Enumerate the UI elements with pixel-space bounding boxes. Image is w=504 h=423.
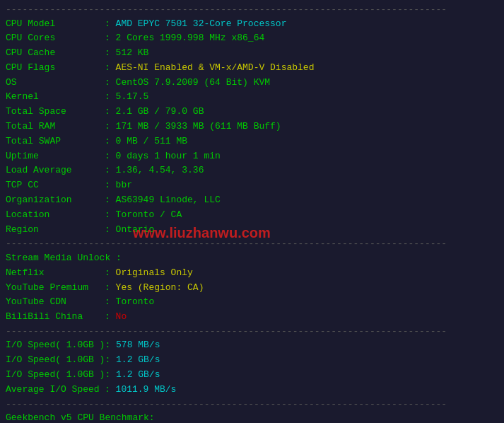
row-avg-io: Average I/O Speed : 1011.9 MB/s xyxy=(6,383,498,398)
label-tcp-cc: TCP CC xyxy=(6,178,105,193)
row-cpu-flags: CPU Flags : AES-NI Enabled & VM-x/AMD-V … xyxy=(6,61,498,76)
value-load-average: 1.36, 4.54, 3.36 xyxy=(116,163,204,178)
row-tcp-cc: TCP CC : bbr xyxy=(6,178,498,193)
colon-io-2: : xyxy=(105,353,116,368)
colon-total-space: : xyxy=(105,105,116,120)
row-io-2: I/O Speed( 1.0GB ) : 1.2 GB/s xyxy=(6,353,498,368)
label-organization: Organization xyxy=(6,193,105,208)
colon-netflix: : xyxy=(105,266,116,281)
colon-tcp-cc: : xyxy=(105,178,116,193)
label-youtube-premium: YouTube Premium xyxy=(6,281,105,296)
label-bilibili: BiliBili China xyxy=(6,310,105,325)
colon-youtube-cdn: : xyxy=(105,295,116,310)
colon-uptime: : xyxy=(105,149,116,164)
value-netflix: Originals Only xyxy=(116,266,193,281)
colon-io-1: : xyxy=(105,338,116,353)
stream-header-label: Stream Media Unlock : xyxy=(6,251,122,266)
label-cpu-cores: CPU Cores xyxy=(6,31,105,46)
row-bilibili: BiliBili China : No xyxy=(6,310,498,325)
label-total-ram: Total RAM xyxy=(6,120,105,134)
io-speed-section: I/O Speed( 1.0GB ) : 578 MB/s I/O Speed(… xyxy=(6,338,498,397)
value-uptime: 0 days 1 hour 1 min xyxy=(116,149,221,164)
row-location: Location : Toronto / CA xyxy=(6,208,498,223)
colon-total-ram: : xyxy=(105,120,116,134)
value-cpu-flags: AES-NI Enabled & VM-x/AMD-V Disabled xyxy=(116,61,315,76)
colon-bilibili: : xyxy=(105,310,116,325)
value-youtube-cdn: Toronto xyxy=(116,295,155,310)
row-youtube-premium: YouTube Premium : Yes (Region: CA) xyxy=(6,281,498,296)
row-uptime: Uptime : 0 days 1 hour 1 min xyxy=(6,149,498,164)
row-kernel: Kernel : 5.17.5 xyxy=(6,90,498,105)
value-io-1: 578 MB/s xyxy=(116,338,160,353)
label-netflix: Netflix xyxy=(6,266,105,281)
row-load-average: Load Average : 1.36, 4.54, 3.36 xyxy=(6,163,498,178)
value-total-space: 2.1 GB / 79.0 GB xyxy=(116,105,204,120)
value-cpu-cache: 512 KB xyxy=(116,46,149,61)
colon-cpu-model: : xyxy=(105,17,116,32)
label-region: Region xyxy=(6,223,105,238)
separator-after-io: ----------------------------------------… xyxy=(6,398,498,412)
row-cpu-cores: CPU Cores : 2 Cores 1999.998 MHz x86_64 xyxy=(6,31,498,46)
stream-media-header: Stream Media Unlock : xyxy=(6,251,498,266)
label-uptime: Uptime xyxy=(6,149,105,164)
row-region: Region : Ontario www.liuzhanwu.com xyxy=(6,223,498,238)
geekbench-header-label: Geekbench v5 CPU Benchmark: xyxy=(6,411,155,423)
value-cpu-model: AMD EPYC 7501 32-Core Processor xyxy=(116,17,287,32)
colon-os: : xyxy=(105,76,116,91)
colon-organization: : xyxy=(105,193,116,208)
label-cpu-model: CPU Model xyxy=(6,17,105,32)
row-youtube-cdn: YouTube CDN : Toronto xyxy=(6,295,498,310)
main-container: ----------------------------------------… xyxy=(6,3,498,423)
watermark: www.liuzhanwu.com xyxy=(133,221,271,244)
geekbench-header: Geekbench v5 CPU Benchmark: xyxy=(6,411,498,423)
label-youtube-cdn: YouTube CDN xyxy=(6,295,105,310)
colon-total-swap: : xyxy=(105,134,116,149)
colon-avg-io: : xyxy=(105,383,116,398)
label-total-swap: Total SWAP xyxy=(6,134,105,149)
colon-cpu-flags: : xyxy=(105,61,116,76)
row-organization: Organization : AS63949 Linode, LLC xyxy=(6,193,498,208)
stream-media-section: Stream Media Unlock : Netflix : Original… xyxy=(6,251,498,325)
colon-kernel: : xyxy=(105,90,116,105)
row-total-space: Total Space : 2.1 GB / 79.0 GB xyxy=(6,105,498,120)
label-kernel: Kernel xyxy=(6,90,105,105)
label-avg-io: Average I/O Speed xyxy=(6,383,105,398)
row-os: OS : CentOS 7.9.2009 (64 Bit) KVM xyxy=(6,76,498,91)
row-netflix: Netflix : Originals Only xyxy=(6,266,498,281)
row-total-ram: Total RAM : 171 MB / 3933 MB (611 MB Buf… xyxy=(6,120,498,134)
value-total-ram: 171 MB / 3933 MB (611 MB Buff) xyxy=(116,120,281,134)
colon-io-3: : xyxy=(105,368,116,383)
separator-top: ----------------------------------------… xyxy=(6,3,498,17)
separator-after-stream: ----------------------------------------… xyxy=(6,325,498,339)
row-io-3: I/O Speed( 1.0GB ) : 1.2 GB/s xyxy=(6,368,498,383)
system-info-section: CPU Model : AMD EPYC 7501 32-Core Proces… xyxy=(6,17,498,238)
row-cpu-model: CPU Model : AMD EPYC 7501 32-Core Proces… xyxy=(6,17,498,32)
geekbench-section: Geekbench v5 CPU Benchmark: Single Core … xyxy=(6,411,498,423)
colon-youtube-premium: : xyxy=(105,281,116,296)
value-cpu-cores: 2 Cores 1999.998 MHz x86_64 xyxy=(116,31,265,46)
value-io-3: 1.2 GB/s xyxy=(116,368,160,383)
label-cpu-cache: CPU Cache xyxy=(6,46,105,61)
value-location: Toronto / CA xyxy=(116,208,182,223)
label-os: OS xyxy=(6,76,105,91)
value-tcp-cc: bbr xyxy=(116,178,132,193)
label-io-2: I/O Speed( 1.0GB ) xyxy=(6,353,105,368)
label-io-3: I/O Speed( 1.0GB ) xyxy=(6,368,105,383)
row-cpu-cache: CPU Cache : 512 KB xyxy=(6,46,498,61)
value-io-2: 1.2 GB/s xyxy=(116,353,160,368)
label-load-average: Load Average xyxy=(6,163,105,178)
value-avg-io: 1011.9 MB/s xyxy=(116,383,177,398)
value-kernel: 5.17.5 xyxy=(116,90,149,105)
label-io-1: I/O Speed( 1.0GB ) xyxy=(6,338,105,353)
row-io-1: I/O Speed( 1.0GB ) : 578 MB/s xyxy=(6,338,498,353)
value-youtube-premium: Yes (Region: CA) xyxy=(116,281,204,296)
label-location: Location xyxy=(6,208,105,223)
colon-region: : xyxy=(105,223,116,238)
colon-load-average: : xyxy=(105,163,116,178)
value-os: CentOS 7.9.2009 (64 Bit) KVM xyxy=(116,76,270,91)
label-total-space: Total Space xyxy=(6,105,105,120)
colon-location: : xyxy=(105,208,116,223)
value-bilibili: No xyxy=(116,310,127,325)
row-total-swap: Total SWAP : 0 MB / 511 MB xyxy=(6,134,498,149)
colon-cpu-cores: : xyxy=(105,31,116,46)
